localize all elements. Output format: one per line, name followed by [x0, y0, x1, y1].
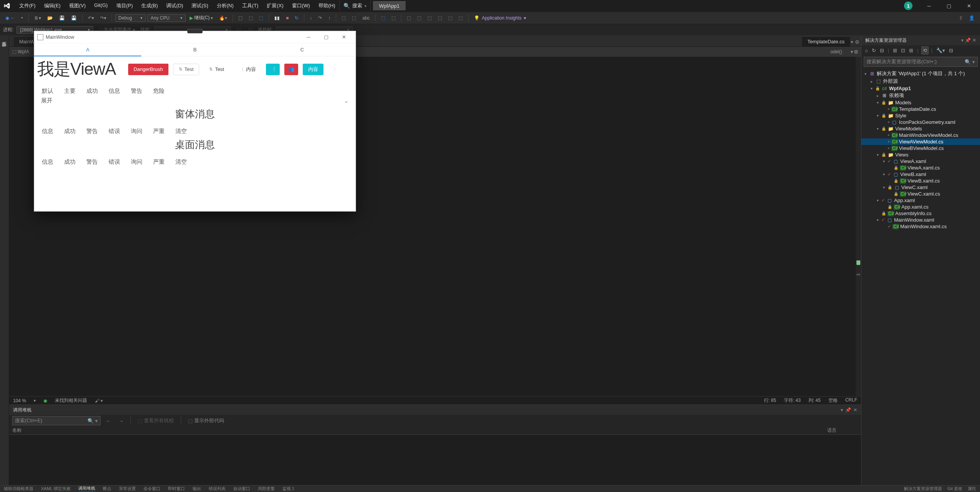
step-out-button[interactable]: ↑ — [326, 15, 333, 21]
view-threads-button[interactable]: ⬚ 查看所有线程 — [135, 416, 176, 425]
tree-external[interactable]: ▸⬚外部源 — [861, 77, 980, 85]
menu-window[interactable]: 窗口(W) — [288, 1, 314, 11]
tool-e[interactable]: ⬚ — [389, 15, 398, 21]
tool-b[interactable]: ⬚ — [350, 15, 358, 21]
tree-appxaml[interactable]: ▾✓▢App.xaml — [861, 197, 980, 204]
sxp-tool-f[interactable]: ⊟ — [948, 47, 954, 54]
sxp-wrench-icon[interactable]: 🔧▾ — [935, 47, 946, 54]
eol-indicator[interactable]: CRLF — [845, 397, 857, 404]
tab-sxp[interactable]: 解决方案资源管理器 — [904, 486, 942, 492]
msg-ask[interactable]: 询问 — [131, 128, 142, 135]
sxp-close-icon[interactable]: ✕ — [972, 38, 976, 43]
tool-icon[interactable]: ⬚ — [236, 15, 245, 21]
tree-style[interactable]: ▾🔒📁Style — [861, 112, 980, 119]
msg-severe[interactable]: 严重 — [153, 128, 165, 135]
sxp-tool-b[interactable]: ⊟ — [879, 47, 885, 54]
restart-button[interactable]: ↻ — [292, 15, 301, 21]
maximize-button[interactable]: ▢ — [940, 0, 958, 12]
platform-combo[interactable]: Any CPU▾ — [147, 14, 186, 22]
tab-imm[interactable]: 即时窗口 — [168, 486, 185, 492]
menu-extensions[interactable]: 扩展(X) — [263, 1, 287, 11]
menu-test[interactable]: 测试(S) — [188, 1, 212, 11]
tool-g[interactable]: ⬚ — [415, 15, 424, 21]
sxp-home-icon[interactable]: ⌂ — [864, 47, 869, 54]
msg-info[interactable]: 信息 — [42, 128, 53, 135]
link-success[interactable]: 成功 — [86, 87, 98, 95]
tree-viewc[interactable]: ▾🔒▢ViewC.xaml — [861, 184, 980, 191]
callstack-search[interactable]: 搜索(Ctrl+E) 🔍 ▾ — [12, 416, 101, 425]
danger-button[interactable]: DangerBrush — [128, 64, 168, 75]
tab-dropdown-icon[interactable]: ▾ — [851, 39, 853, 45]
tab-watch[interactable]: 监视 1 — [282, 486, 294, 492]
tab-a11y[interactable]: 辅助功能检查器 — [4, 486, 33, 492]
tab-auto[interactable]: 自动窗口 — [233, 486, 250, 492]
msg-clear[interactable]: 清空 — [175, 128, 187, 135]
tree-viewa-cs[interactable]: 🔒C#ViewA.xaml.cs — [861, 165, 980, 171]
msg-error[interactable]: 错误 — [109, 128, 120, 135]
nav-back-button[interactable]: ◉ ← — [3, 15, 17, 21]
tree-mainwindow[interactable]: ▾✓▢MainWindow.xaml — [861, 217, 980, 223]
test-button-1[interactable]: ⇅Test — [173, 64, 200, 75]
sxp-tool-e[interactable]: ⊞ — [908, 47, 914, 54]
tab-xaml[interactable]: XAML 绑定失败 — [41, 486, 71, 492]
tool-a[interactable]: ⬚ — [339, 15, 348, 21]
menu-project[interactable]: 项目(P) — [112, 1, 137, 11]
col-name[interactable]: 名称 — [12, 427, 827, 434]
tree-deps[interactable]: ▸⊞依赖项 — [861, 92, 980, 99]
panel-close-icon[interactable]: ✕ — [853, 407, 857, 413]
link-danger[interactable]: 危险 — [153, 87, 165, 95]
nav-split-icon[interactable]: ▾ ⊞ — [851, 49, 858, 54]
wpf-tab-b[interactable]: B — [141, 43, 248, 56]
tool-f[interactable]: ⬚ — [404, 15, 413, 21]
left-tool-strip[interactable]: 诊断工具 — [0, 35, 9, 492]
whitespace-indicator[interactable]: 空格 — [828, 397, 838, 404]
tab-except[interactable]: 异常设置 — [119, 486, 136, 492]
tree-mainwindow-cs[interactable]: ✓C#MainWindow.xaml.cs — [861, 223, 980, 230]
sxp-pin-icon[interactable]: 📌 — [965, 38, 971, 43]
tab-bp[interactable]: 断点 — [103, 486, 111, 492]
sxp-dropdown-icon[interactable]: ▾ — [961, 38, 964, 43]
tree-viewb[interactable]: ▾✓▢ViewB.xaml — [861, 171, 980, 178]
line-indicator[interactable]: 行: 85 — [764, 397, 776, 404]
wpf-maximize-button[interactable]: ▢ — [317, 31, 335, 43]
content-button-2[interactable]: 〈 — [328, 64, 339, 75]
sxp-tool-a[interactable]: ↻ — [871, 47, 877, 54]
nav-prev-button[interactable]: ← — [104, 417, 113, 425]
msg-warning[interactable]: 警告 — [86, 128, 98, 135]
tool-icon2[interactable]: ⬚ — [246, 15, 255, 21]
content-back-button[interactable]: 〈内容 — [234, 64, 261, 75]
link-warning[interactable]: 警告 — [131, 87, 142, 95]
user-button[interactable]: 👥 — [284, 64, 298, 75]
show-external-button[interactable]: ⬚ 显示外部代码 — [186, 416, 226, 425]
tree-viewa[interactable]: ▾✓▢ViewA.xaml — [861, 158, 980, 165]
tree-appxaml-cs[interactable]: 🔒C#App.xaml.cs — [861, 204, 980, 210]
menu-analyze[interactable]: 分析(N) — [213, 1, 238, 11]
menu-debug[interactable]: 调试(D) — [162, 1, 187, 11]
link-default[interactable]: 默认 — [42, 87, 53, 95]
content-button[interactable]: 内容 — [303, 64, 323, 75]
continue-button[interactable]: ▶ 继续(C) ▾ — [187, 14, 216, 22]
menu-tools[interactable]: 工具(T) — [238, 1, 262, 11]
wpf-close-button[interactable]: ✕ — [335, 31, 353, 43]
tree-viewbvm[interactable]: +C#ViewBViewModel.cs — [861, 145, 980, 151]
msg2-info[interactable]: 信息 — [42, 158, 53, 166]
redo-button[interactable]: ↷▾ — [98, 15, 109, 21]
tree-assemblyinfo[interactable]: 🔒C#AssemblyInfo.cs — [861, 210, 980, 217]
panel-pin-icon[interactable]: 📌 — [845, 407, 851, 413]
nav-path[interactable]: odel() — [830, 49, 842, 54]
tree-templatedate[interactable]: +C#TemplateDate.cs — [861, 106, 980, 112]
global-search[interactable]: 🔍 搜索 ▾ — [339, 0, 371, 12]
nav-scope[interactable]: ⬚ WpfA — [12, 49, 29, 54]
sxp-tool-d[interactable]: ⊡ — [900, 47, 906, 54]
step-into-button[interactable]: ↓ — [307, 15, 314, 21]
tab-callstack[interactable]: 调用堆栈 — [78, 485, 95, 492]
issues-text[interactable]: 未找到相关问题 — [55, 397, 87, 404]
tree-solution[interactable]: ▾⊞解决方案 'WpfApp1' (1 个项目，共 1 个) — [861, 70, 980, 77]
callstack-grid[interactable] — [9, 435, 861, 485]
wpf-minimize-button[interactable]: ─ — [300, 31, 317, 43]
msg2-ask[interactable]: 询问 — [131, 158, 142, 166]
save-all-button[interactable]: 💾 — [69, 15, 79, 21]
tree-project[interactable]: ▾🔒c#WpfApp1 — [861, 85, 980, 92]
menu-build[interactable]: 生成(B) — [137, 1, 162, 11]
tool-icon3[interactable]: ⬚ — [257, 15, 266, 21]
